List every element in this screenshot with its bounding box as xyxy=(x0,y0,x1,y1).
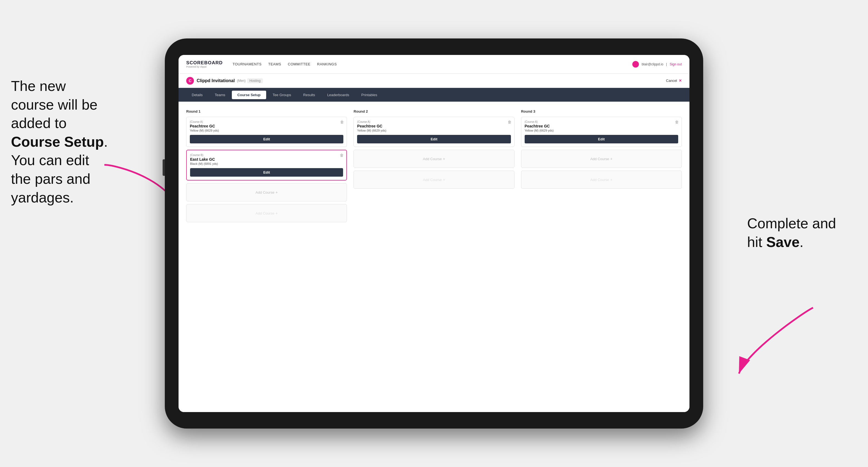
round-3-add-course-2-button: Add Course + xyxy=(521,170,682,189)
round-1-course-b-badge: (Course B) xyxy=(190,154,343,157)
round-1-add-course-2-button: Add Course + xyxy=(186,204,347,222)
user-email: blair@clippd.io xyxy=(642,62,663,66)
round-3-add-course-button[interactable]: Add Course + xyxy=(521,150,682,168)
tab-tee-groups[interactable]: Tee Groups xyxy=(267,91,297,99)
trash-icon-r3-a[interactable]: 🗑 xyxy=(675,120,679,124)
annotation-right: Complete and hit Save. xyxy=(747,214,851,251)
round-2-course-a-tee: Yellow (M) (6629 yds) xyxy=(357,129,510,132)
tab-printables[interactable]: Printables xyxy=(356,91,383,99)
scoreboard-logo: SCOREBOARD Powered by clippd xyxy=(186,60,223,68)
round-2-course-a-card: 🗑 (Course A) Peachtree GC Yellow (M) (66… xyxy=(353,117,514,147)
tablet-screen: SCOREBOARD Powered by clippd TOURNAMENTS… xyxy=(179,55,689,412)
tablet-frame: SCOREBOARD Powered by clippd TOURNAMENTS… xyxy=(165,38,703,429)
close-icon[interactable]: ✕ xyxy=(679,79,682,83)
round-2-column: Round 2 🗑 (Course A) Peachtree GC Yellow… xyxy=(353,109,514,225)
round-3-course-a-card: 🗑 (Course A) Peachtree GC Yellow (M) (66… xyxy=(521,117,682,147)
round-2-label: Round 2 xyxy=(353,109,514,114)
rounds-grid: Round 1 🗑 (Course A) Peachtree GC Yellow… xyxy=(186,109,682,225)
annotation-left-line1: The new xyxy=(11,78,66,94)
round-2-add-course-2-button: Add Course + xyxy=(353,170,514,189)
top-nav-links: TOURNAMENTS TEAMS COMMITTEE RANKINGS xyxy=(232,61,632,67)
annotation-left-bold: Course Setup xyxy=(11,134,104,150)
top-nav: SCOREBOARD Powered by clippd TOURNAMENTS… xyxy=(179,55,689,73)
trash-icon-r2-a[interactable]: 🗑 xyxy=(507,120,512,124)
round-1-label: Round 1 xyxy=(186,109,347,114)
tabs-bar: Details Teams Course Setup Tee Groups Re… xyxy=(179,88,689,102)
round-3-label: Round 3 xyxy=(521,109,682,114)
round-3-course-a-edit-button[interactable]: Edit xyxy=(525,135,678,144)
top-nav-right: blair@clippd.io | Sign out xyxy=(632,61,682,68)
annotation-left-line2: course will be xyxy=(11,97,97,113)
tab-details[interactable]: Details xyxy=(186,91,208,99)
hosting-badge: Hosting xyxy=(247,78,263,83)
round-1-course-b-card: 🗑 (Course B) East Lake GC Black (M) (689… xyxy=(186,150,347,181)
round-3-course-a-tee: Yellow (M) (6629 yds) xyxy=(525,129,678,132)
tournament-title: Clippd Invitational xyxy=(197,78,235,83)
sign-out-link[interactable]: Sign out xyxy=(670,62,682,66)
tab-results[interactable]: Results xyxy=(298,91,320,99)
annotation-left-line5: You can edit xyxy=(11,152,89,168)
round-1-column: Round 1 🗑 (Course A) Peachtree GC Yellow… xyxy=(186,109,347,225)
annotation-left-line6: the pars and xyxy=(11,171,90,187)
nav-link-committee[interactable]: COMMITTEE xyxy=(288,61,311,67)
round-3-course-a-badge: (Course A) xyxy=(525,120,678,123)
logo-title: SCOREBOARD xyxy=(186,60,223,65)
round-1-course-b-name: East Lake GC xyxy=(190,157,343,161)
annotation-left-line7: yardages. xyxy=(11,190,73,206)
nav-link-teams[interactable]: TEAMS xyxy=(268,61,281,67)
sub-nav-right: Cancel ✕ xyxy=(666,79,682,83)
annotation-left-line3: added to xyxy=(11,115,66,131)
sub-nav-logo: C xyxy=(186,77,194,85)
tournament-badge: (Men) xyxy=(237,79,246,83)
content-area: Round 1 🗑 (Course A) Peachtree GC Yellow… xyxy=(179,102,689,412)
round-1-course-a-card: 🗑 (Course A) Peachtree GC Yellow (M) (66… xyxy=(186,117,347,147)
round-3-column: Round 3 🗑 (Course A) Peachtree GC Yellow… xyxy=(521,109,682,225)
annotation-right-line1: Complete and xyxy=(747,215,836,231)
tab-teams[interactable]: Teams xyxy=(209,91,231,99)
round-3-course-a-name: Peachtree GC xyxy=(525,124,678,128)
round-2-course-a-badge: (Course A) xyxy=(357,120,510,123)
round-2-course-a-name: Peachtree GC xyxy=(357,124,510,128)
round-2-add-course-button[interactable]: Add Course + xyxy=(353,150,514,168)
user-avatar xyxy=(632,61,639,68)
cancel-label[interactable]: Cancel xyxy=(666,79,677,83)
trash-icon-r1-b[interactable]: 🗑 xyxy=(340,153,344,157)
sub-nav: C Clippd Invitational (Men) Hosting Canc… xyxy=(179,73,689,88)
round-1-course-a-name: Peachtree GC xyxy=(190,124,343,128)
round-1-course-b-edit-button[interactable]: Edit xyxy=(190,168,343,177)
round-1-course-a-tee: Yellow (M) (6629 yds) xyxy=(190,129,343,132)
nav-link-tournaments[interactable]: TOURNAMENTS xyxy=(232,61,262,67)
trash-icon-r1-a[interactable]: 🗑 xyxy=(340,120,344,124)
round-1-course-a-badge: (Course A) xyxy=(190,120,343,123)
round-1-course-a-edit-button[interactable]: Edit xyxy=(190,135,343,144)
round-1-course-b-tee: Black (M) (6891 yds) xyxy=(190,162,343,165)
round-1-add-course-button[interactable]: Add Course + xyxy=(186,183,347,201)
nav-link-rankings[interactable]: RANKINGS xyxy=(317,61,337,67)
tab-course-setup[interactable]: Course Setup xyxy=(232,91,266,99)
logo-subtitle: Powered by clippd xyxy=(186,66,223,68)
annotation-right-line2: hit Save. xyxy=(747,234,803,250)
round-2-course-a-edit-button[interactable]: Edit xyxy=(357,135,510,144)
tab-leaderboards[interactable]: Leaderboards xyxy=(322,91,354,99)
arrow-right xyxy=(731,302,818,379)
